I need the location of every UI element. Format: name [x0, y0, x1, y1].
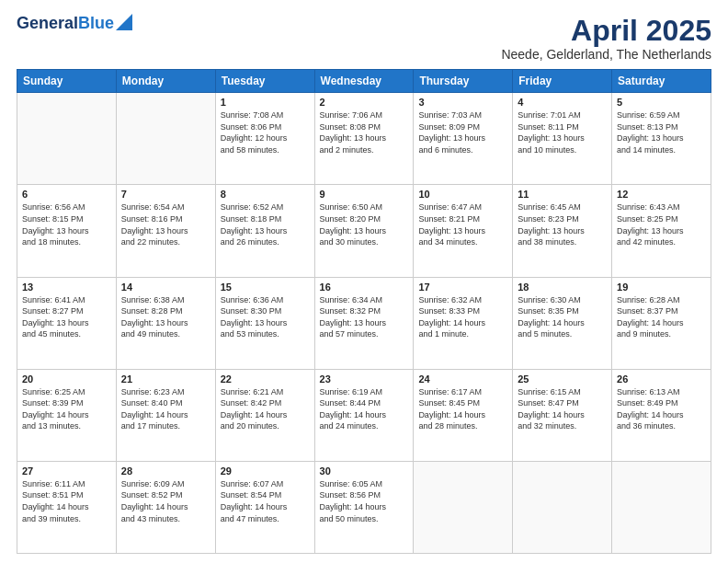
day-number: 5 [617, 97, 706, 108]
calendar-cell: 2Sunrise: 7:06 AM Sunset: 8:08 PM Daylig… [314, 93, 414, 185]
day-number: 26 [617, 373, 706, 385]
calendar-cell: 11Sunrise: 6:45 AM Sunset: 8:23 PM Dayli… [513, 185, 612, 277]
calendar-cell: 23Sunrise: 6:19 AM Sunset: 8:44 PM Dayli… [314, 369, 414, 461]
day-number: 28 [121, 465, 210, 477]
day-info: Sunrise: 6:45 AM Sunset: 8:23 PM Dayligh… [518, 201, 607, 247]
day-number: 29 [221, 465, 310, 477]
day-number: 3 [418, 97, 507, 108]
day-number: 22 [221, 373, 310, 385]
day-number: 15 [221, 282, 310, 293]
calendar-cell: 10Sunrise: 6:47 AM Sunset: 8:21 PM Dayli… [414, 185, 513, 277]
calendar-cell: 25Sunrise: 6:15 AM Sunset: 8:47 PM Dayli… [513, 369, 612, 461]
day-info: Sunrise: 6:38 AM Sunset: 8:28 PM Dayligh… [121, 294, 210, 340]
day-info: Sunrise: 6:11 AM Sunset: 8:51 PM Dayligh… [22, 478, 111, 524]
day-number: 27 [22, 465, 111, 477]
calendar-cell: 18Sunrise: 6:30 AM Sunset: 8:35 PM Dayli… [513, 277, 612, 369]
day-info: Sunrise: 6:25 AM Sunset: 8:39 PM Dayligh… [22, 386, 111, 432]
weekday-header-saturday: Saturday [612, 70, 711, 93]
location: Neede, Gelderland, The Netherlands [501, 47, 711, 62]
calendar-cell [414, 461, 513, 553]
calendar-cell [612, 461, 711, 553]
logo-blue: Blue [78, 14, 114, 32]
day-number: 25 [518, 373, 607, 385]
day-info: Sunrise: 6:32 AM Sunset: 8:33 PM Dayligh… [418, 294, 507, 340]
weekday-header-friday: Friday [513, 70, 612, 93]
calendar-cell [116, 93, 215, 185]
calendar-cell: 27Sunrise: 6:11 AM Sunset: 8:51 PM Dayli… [17, 461, 117, 553]
day-number: 2 [320, 97, 409, 108]
weekday-header-sunday: Sunday [17, 70, 117, 93]
day-info: Sunrise: 7:08 AM Sunset: 8:06 PM Dayligh… [221, 109, 310, 155]
logo-text: GeneralBlue [17, 15, 114, 33]
calendar-cell: 13Sunrise: 6:41 AM Sunset: 8:27 PM Dayli… [17, 277, 117, 369]
month-title: April 2025 [501, 15, 711, 47]
calendar-cell: 20Sunrise: 6:25 AM Sunset: 8:39 PM Dayli… [17, 369, 117, 461]
calendar-cell: 6Sunrise: 6:56 AM Sunset: 8:15 PM Daylig… [17, 185, 117, 277]
day-info: Sunrise: 6:41 AM Sunset: 8:27 PM Dayligh… [22, 294, 111, 340]
day-number: 12 [617, 189, 706, 200]
calendar-cell: 30Sunrise: 6:05 AM Sunset: 8:56 PM Dayli… [314, 461, 414, 553]
calendar-table: SundayMondayTuesdayWednesdayThursdayFrid… [17, 69, 711, 554]
day-info: Sunrise: 7:01 AM Sunset: 8:11 PM Dayligh… [518, 109, 607, 155]
day-number: 14 [121, 282, 210, 293]
day-number: 11 [518, 189, 607, 200]
day-info: Sunrise: 7:06 AM Sunset: 8:08 PM Dayligh… [320, 109, 409, 155]
day-number: 24 [418, 373, 507, 385]
svg-marker-0 [116, 14, 132, 30]
day-number: 8 [221, 189, 310, 200]
calendar-cell: 8Sunrise: 6:52 AM Sunset: 8:18 PM Daylig… [215, 185, 314, 277]
calendar-cell: 12Sunrise: 6:43 AM Sunset: 8:25 PM Dayli… [612, 185, 711, 277]
header: GeneralBlue April 2025 Neede, Gelderland… [17, 15, 711, 62]
calendar-cell [513, 461, 612, 553]
calendar-cell: 22Sunrise: 6:21 AM Sunset: 8:42 PM Dayli… [215, 369, 314, 461]
day-info: Sunrise: 6:47 AM Sunset: 8:21 PM Dayligh… [418, 201, 507, 247]
day-number: 23 [320, 373, 409, 385]
calendar-week-row: 27Sunrise: 6:11 AM Sunset: 8:51 PM Dayli… [17, 461, 711, 553]
day-info: Sunrise: 6:15 AM Sunset: 8:47 PM Dayligh… [518, 386, 607, 432]
calendar-week-row: 1Sunrise: 7:08 AM Sunset: 8:06 PM Daylig… [17, 93, 711, 185]
day-number: 10 [418, 189, 507, 200]
page: GeneralBlue April 2025 Neede, Gelderland… [0, 0, 728, 563]
weekday-header-row: SundayMondayTuesdayWednesdayThursdayFrid… [17, 70, 711, 93]
calendar-week-row: 13Sunrise: 6:41 AM Sunset: 8:27 PM Dayli… [17, 277, 711, 369]
day-number: 4 [518, 97, 607, 108]
day-info: Sunrise: 6:54 AM Sunset: 8:16 PM Dayligh… [121, 201, 210, 247]
day-info: Sunrise: 6:05 AM Sunset: 8:56 PM Dayligh… [320, 478, 409, 524]
day-info: Sunrise: 6:59 AM Sunset: 8:13 PM Dayligh… [617, 109, 706, 155]
calendar-cell: 9Sunrise: 6:50 AM Sunset: 8:20 PM Daylig… [314, 185, 414, 277]
calendar-cell: 21Sunrise: 6:23 AM Sunset: 8:40 PM Dayli… [116, 369, 215, 461]
day-info: Sunrise: 6:52 AM Sunset: 8:18 PM Dayligh… [221, 201, 310, 247]
day-info: Sunrise: 6:21 AM Sunset: 8:42 PM Dayligh… [221, 386, 310, 432]
calendar-cell: 28Sunrise: 6:09 AM Sunset: 8:52 PM Dayli… [116, 461, 215, 553]
day-info: Sunrise: 6:23 AM Sunset: 8:40 PM Dayligh… [121, 386, 210, 432]
calendar-cell: 15Sunrise: 6:36 AM Sunset: 8:30 PM Dayli… [215, 277, 314, 369]
day-number: 19 [617, 282, 706, 293]
day-info: Sunrise: 6:17 AM Sunset: 8:45 PM Dayligh… [418, 386, 507, 432]
day-number: 1 [221, 97, 310, 108]
calendar-cell: 29Sunrise: 6:07 AM Sunset: 8:54 PM Dayli… [215, 461, 314, 553]
day-info: Sunrise: 6:28 AM Sunset: 8:37 PM Dayligh… [617, 294, 706, 340]
calendar-cell [17, 93, 117, 185]
calendar-cell: 4Sunrise: 7:01 AM Sunset: 8:11 PM Daylig… [513, 93, 612, 185]
day-number: 16 [320, 282, 409, 293]
calendar-week-row: 20Sunrise: 6:25 AM Sunset: 8:39 PM Dayli… [17, 369, 711, 461]
day-info: Sunrise: 7:03 AM Sunset: 8:09 PM Dayligh… [418, 109, 507, 155]
day-number: 17 [418, 282, 507, 293]
day-info: Sunrise: 6:13 AM Sunset: 8:49 PM Dayligh… [617, 386, 706, 432]
calendar-cell: 26Sunrise: 6:13 AM Sunset: 8:49 PM Dayli… [612, 369, 711, 461]
day-number: 9 [320, 189, 409, 200]
calendar-cell: 14Sunrise: 6:38 AM Sunset: 8:28 PM Dayli… [116, 277, 215, 369]
logo-icon [116, 14, 132, 30]
day-number: 18 [518, 282, 607, 293]
day-info: Sunrise: 6:56 AM Sunset: 8:15 PM Dayligh… [22, 201, 111, 247]
calendar-cell: 1Sunrise: 7:08 AM Sunset: 8:06 PM Daylig… [215, 93, 314, 185]
calendar-cell: 7Sunrise: 6:54 AM Sunset: 8:16 PM Daylig… [116, 185, 215, 277]
calendar-cell: 5Sunrise: 6:59 AM Sunset: 8:13 PM Daylig… [612, 93, 711, 185]
day-info: Sunrise: 6:07 AM Sunset: 8:54 PM Dayligh… [221, 478, 310, 524]
title-block: April 2025 Neede, Gelderland, The Nether… [501, 15, 711, 62]
calendar-week-row: 6Sunrise: 6:56 AM Sunset: 8:15 PM Daylig… [17, 185, 711, 277]
day-number: 21 [121, 373, 210, 385]
weekday-header-thursday: Thursday [414, 70, 513, 93]
day-info: Sunrise: 6:34 AM Sunset: 8:32 PM Dayligh… [320, 294, 409, 340]
calendar-cell: 19Sunrise: 6:28 AM Sunset: 8:37 PM Dayli… [612, 277, 711, 369]
